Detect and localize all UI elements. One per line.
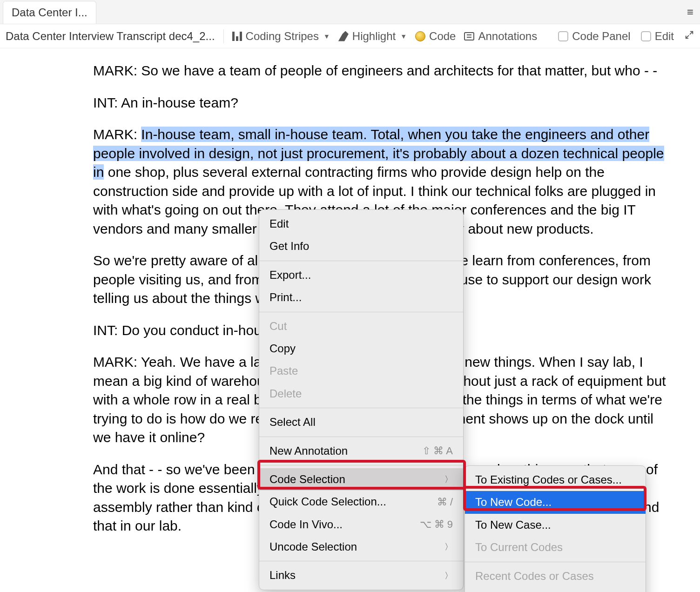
- edit-label: Edit: [655, 30, 674, 43]
- transcript-body[interactable]: MARK: So we have a team of people of eng…: [0, 48, 700, 567]
- chevron-right-icon: 〉: [444, 541, 453, 552]
- shortcut-label: ⌥ ⌘ 9: [420, 518, 453, 531]
- submenu-to-new-code[interactable]: To New Code...: [465, 491, 646, 513]
- shortcut-label: ⇧ ⌘ A: [422, 444, 453, 458]
- code-label: Code: [429, 30, 456, 43]
- menu-separator: [465, 562, 646, 562]
- submenu-recent-header: Recent Codes or Cases: [465, 565, 646, 587]
- annotation-icon: [464, 32, 474, 40]
- speaker-prefix: MARK:: [93, 127, 141, 142]
- checkbox-icon: [558, 31, 568, 41]
- chevron-right-icon: 〉: [444, 570, 453, 581]
- highlighter-icon: [338, 31, 349, 41]
- tab-overflow-menu-icon[interactable]: ≡: [687, 6, 693, 19]
- toolbar-divider: [223, 29, 224, 43]
- menu-delete: Delete: [259, 383, 463, 405]
- menu-select-all[interactable]: Select All: [259, 411, 463, 433]
- menu-uncode-selection[interactable]: Uncode Selection〉: [259, 536, 463, 558]
- menu-export[interactable]: Export...: [259, 264, 463, 286]
- menu-code-in-vivo[interactable]: Code In Vivo...⌥ ⌘ 9: [259, 513, 463, 536]
- code-selection-submenu: To Existing Codes or Cases... To New Cod…: [464, 465, 646, 592]
- annotations-button[interactable]: Annotations: [464, 30, 537, 43]
- coding-stripes-dropdown[interactable]: Coding Stripes ▼: [232, 30, 330, 43]
- menu-code-selection[interactable]: Code Selection〉: [259, 468, 463, 491]
- checkbox-icon: [641, 31, 651, 41]
- transcript-paragraph[interactable]: MARK: So we have a team of people of eng…: [93, 61, 672, 81]
- menu-separator: [259, 312, 463, 312]
- chevron-right-icon: 〉: [444, 474, 453, 485]
- expand-icon: [684, 30, 694, 43]
- document-tab[interactable]: Data Center I...: [3, 1, 96, 24]
- menu-get-info[interactable]: Get Info: [259, 235, 463, 257]
- menu-print[interactable]: Print...: [259, 286, 463, 309]
- menu-quick-code[interactable]: Quick Code Selection...⌘ /: [259, 491, 463, 513]
- expand-button[interactable]: [684, 30, 694, 43]
- submenu-to-existing[interactable]: To Existing Codes or Cases...: [465, 469, 646, 491]
- menu-paste: Paste: [259, 360, 463, 382]
- menu-links[interactable]: Links〉: [259, 564, 463, 586]
- code-panel-label: Code Panel: [572, 30, 630, 43]
- menu-edit[interactable]: Edit: [259, 213, 463, 235]
- shortcut-label: ⌘ /: [437, 495, 453, 509]
- submenu-to-new-case[interactable]: To New Case...: [465, 514, 646, 536]
- menu-separator: [259, 408, 463, 408]
- submenu-recent-maintenance[interactable]: Maintenance (Codes): [465, 587, 646, 592]
- chevron-down-icon: ▼: [323, 33, 330, 40]
- annotations-label: Annotations: [478, 30, 537, 43]
- chevron-down-icon: ▼: [400, 33, 407, 40]
- code-panel-toggle[interactable]: Code Panel: [558, 30, 630, 43]
- window-tab-bar: Data Center I... ≡: [0, 0, 700, 24]
- highlight-label: Highlight: [352, 30, 396, 43]
- code-button[interactable]: Code: [415, 30, 456, 43]
- menu-cut: Cut: [259, 315, 463, 337]
- menu-separator: [259, 261, 463, 261]
- menu-separator: [259, 465, 463, 465]
- menu-new-annotation[interactable]: New Annotation⇧ ⌘ A: [259, 440, 463, 462]
- menu-separator: [259, 561, 463, 561]
- lightbulb-icon: [415, 31, 425, 41]
- coding-stripes-label: Coding Stripes: [246, 30, 319, 43]
- highlight-dropdown[interactable]: Highlight ▼: [338, 30, 407, 43]
- menu-copy[interactable]: Copy: [259, 337, 463, 360]
- context-menu: Edit Get Info Export... Print... Cut Cop…: [259, 209, 464, 590]
- transcript-paragraph[interactable]: INT: An in-house team?: [93, 94, 672, 113]
- submenu-to-current-codes: To Current Codes: [465, 536, 646, 558]
- document-toolbar: Data Center Interview Transcript dec4_2.…: [0, 24, 700, 48]
- edit-toggle[interactable]: Edit: [641, 30, 674, 43]
- coding-stripes-icon: [232, 32, 242, 41]
- document-title: Data Center Interview Transcript dec4_2.…: [6, 30, 215, 43]
- menu-separator: [259, 437, 463, 437]
